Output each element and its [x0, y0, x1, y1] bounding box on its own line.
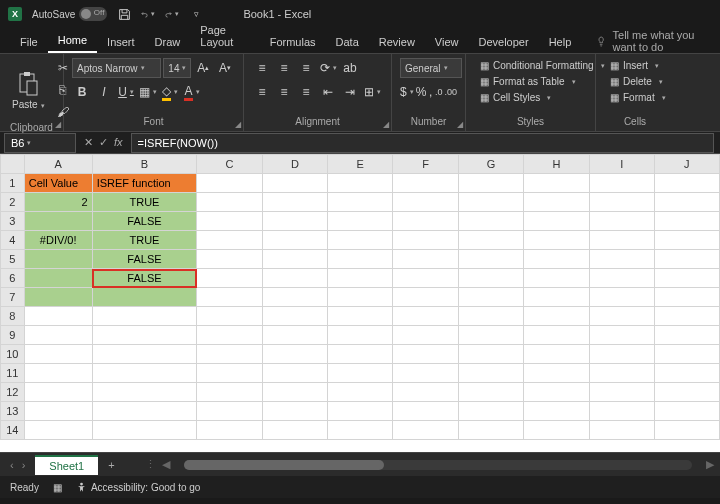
- accessibility-status[interactable]: Accessibility: Good to go: [76, 482, 201, 493]
- cell-a7[interactable]: [24, 288, 92, 307]
- cell[interactable]: [24, 402, 92, 421]
- dialog-launcher-icon[interactable]: ◢: [235, 120, 241, 129]
- tab-developer[interactable]: Developer: [469, 31, 539, 53]
- cancel-formula-icon[interactable]: ✕: [84, 136, 93, 149]
- row-header[interactable]: 7: [1, 288, 25, 307]
- spreadsheet-grid[interactable]: A B C D E F G H I J 1Cell ValueISREF fun…: [0, 154, 720, 452]
- increase-indent-icon[interactable]: ⇥: [340, 82, 360, 102]
- formula-input[interactable]: =ISREF(NOW()): [131, 133, 714, 153]
- cell[interactable]: [524, 383, 589, 402]
- cell[interactable]: [197, 307, 262, 326]
- cell[interactable]: [524, 231, 589, 250]
- cell[interactable]: [458, 402, 523, 421]
- enter-formula-icon[interactable]: ✓: [99, 136, 108, 149]
- cell-styles-button[interactable]: ▦Cell Styles: [474, 90, 587, 105]
- cell[interactable]: [262, 174, 327, 193]
- scroll-left-icon[interactable]: ◀: [162, 458, 170, 471]
- cell[interactable]: [589, 250, 654, 269]
- cell[interactable]: [262, 288, 327, 307]
- col-header-d[interactable]: D: [262, 155, 327, 174]
- cell[interactable]: [328, 174, 393, 193]
- cell[interactable]: [654, 421, 719, 440]
- cell[interactable]: [524, 212, 589, 231]
- wrap-text-icon[interactable]: ab: [340, 58, 360, 78]
- font-size-select[interactable]: 14: [163, 58, 191, 78]
- row-header[interactable]: 10: [1, 345, 25, 364]
- bold-button[interactable]: B: [72, 82, 92, 102]
- cell[interactable]: [92, 402, 197, 421]
- cell[interactable]: [92, 364, 197, 383]
- format-as-table-button[interactable]: ▦Format as Table: [474, 74, 587, 89]
- cell[interactable]: [458, 421, 523, 440]
- tab-formulas[interactable]: Formulas: [260, 31, 326, 53]
- cell[interactable]: [197, 212, 262, 231]
- col-header-i[interactable]: I: [589, 155, 654, 174]
- dialog-launcher-icon[interactable]: ◢: [457, 120, 463, 129]
- col-header-e[interactable]: E: [328, 155, 393, 174]
- cell[interactable]: [262, 345, 327, 364]
- cell[interactable]: [393, 364, 458, 383]
- redo-icon[interactable]: [165, 7, 179, 21]
- insert-cells-button[interactable]: ▦Insert: [604, 58, 666, 73]
- tab-review[interactable]: Review: [369, 31, 425, 53]
- paste-button[interactable]: Paste: [8, 69, 49, 112]
- save-icon[interactable]: [117, 7, 131, 21]
- cell[interactable]: [328, 288, 393, 307]
- cell[interactable]: [524, 364, 589, 383]
- cell[interactable]: [524, 345, 589, 364]
- cell[interactable]: [24, 364, 92, 383]
- row-header[interactable]: 5: [1, 250, 25, 269]
- cell[interactable]: [197, 383, 262, 402]
- cell[interactable]: [197, 174, 262, 193]
- cell[interactable]: [328, 231, 393, 250]
- cell[interactable]: [92, 326, 197, 345]
- cell[interactable]: [524, 174, 589, 193]
- cell[interactable]: [197, 421, 262, 440]
- cell[interactable]: [262, 421, 327, 440]
- cell[interactable]: [197, 326, 262, 345]
- increase-decimal-icon[interactable]: .0: [435, 82, 443, 102]
- cell[interactable]: [589, 212, 654, 231]
- cell-b1[interactable]: ISREF function: [92, 174, 197, 193]
- cell[interactable]: [262, 231, 327, 250]
- tab-home[interactable]: Home: [48, 29, 97, 53]
- cell[interactable]: [654, 250, 719, 269]
- col-header-a[interactable]: A: [24, 155, 92, 174]
- tell-me-search[interactable]: Tell me what you want to do: [596, 29, 720, 53]
- tab-view[interactable]: View: [425, 31, 469, 53]
- cell[interactable]: [24, 383, 92, 402]
- cell[interactable]: [458, 288, 523, 307]
- cell-a1[interactable]: Cell Value: [24, 174, 92, 193]
- cell[interactable]: [589, 307, 654, 326]
- cell[interactable]: [92, 383, 197, 402]
- decrease-decimal-icon[interactable]: .00: [444, 82, 457, 102]
- row-header[interactable]: 9: [1, 326, 25, 345]
- row-header[interactable]: 8: [1, 307, 25, 326]
- cell-a6[interactable]: [24, 269, 92, 288]
- cell[interactable]: [458, 250, 523, 269]
- cell[interactable]: [197, 231, 262, 250]
- cell[interactable]: [589, 421, 654, 440]
- cell[interactable]: [458, 269, 523, 288]
- cell[interactable]: [458, 212, 523, 231]
- cell[interactable]: [393, 402, 458, 421]
- cell[interactable]: [589, 288, 654, 307]
- cell[interactable]: [589, 326, 654, 345]
- sheet-nav-prev-icon[interactable]: ‹: [10, 459, 14, 471]
- row-header[interactable]: 13: [1, 402, 25, 421]
- cell[interactable]: [524, 402, 589, 421]
- cell[interactable]: [589, 364, 654, 383]
- tab-draw[interactable]: Draw: [145, 31, 191, 53]
- cell-b6[interactable]: FALSE: [92, 269, 197, 288]
- cell[interactable]: [654, 231, 719, 250]
- cell[interactable]: [262, 402, 327, 421]
- cell[interactable]: [654, 193, 719, 212]
- cell[interactable]: [328, 326, 393, 345]
- cell[interactable]: [328, 345, 393, 364]
- borders-icon[interactable]: ▦: [138, 82, 158, 102]
- cell[interactable]: [524, 269, 589, 288]
- col-header-j[interactable]: J: [654, 155, 719, 174]
- cell[interactable]: [654, 402, 719, 421]
- col-header-b[interactable]: B: [92, 155, 197, 174]
- row-header[interactable]: 2: [1, 193, 25, 212]
